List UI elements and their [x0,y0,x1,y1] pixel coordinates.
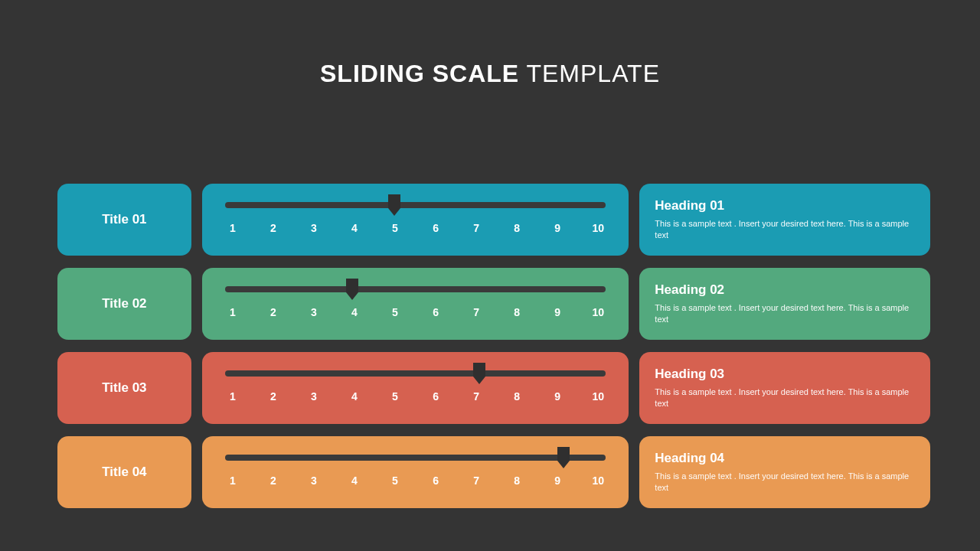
slider-tick-label: 3 [308,474,320,487]
row-heading-desc: This is a sample text . Insert your desi… [655,471,915,494]
slider-tick-label: 1 [227,474,239,487]
slider-box: 12345678910 [202,436,629,508]
slider-tick-label: 4 [348,390,361,403]
row-title-label: Title 03 [102,380,146,396]
slider-row: Title 0212345678910Heading 02This is a s… [57,268,930,340]
row-heading-box: Heading 01This is a sample text . Insert… [639,184,930,256]
slider-tick-label: 10 [592,306,604,318]
slider-row: Title 0412345678910Heading 04This is a s… [57,436,930,508]
row-title-label: Title 04 [102,465,146,480]
row-heading-label: Heading 01 [655,198,915,214]
slider-pointer-icon[interactable] [556,447,571,467]
slider-rows: Title 0112345678910Heading 01This is a s… [57,184,930,508]
slider-row: Title 0312345678910Heading 03This is a s… [57,352,930,424]
slider-track[interactable] [225,202,606,208]
page-title: SLIDING SCALE TEMPLATE [0,0,980,88]
slider-tick-label: 3 [308,222,320,234]
page-title-light: TEMPLATE [519,60,660,87]
row-title-box: Title 01 [57,184,191,256]
slider-track[interactable] [225,370,606,377]
slider-tick-label: 5 [389,390,401,403]
slider-tick-label: 5 [389,306,401,318]
slider-tick-label: 8 [511,474,523,487]
slider-pointer-icon[interactable] [472,363,487,383]
slider-tick-label: 8 [511,222,523,234]
slider-tick-label: 6 [430,474,442,487]
slider-tick-label: 6 [430,222,442,234]
row-heading-desc: This is a sample text . Insert your desi… [655,386,915,410]
slider-tick-label: 2 [267,474,279,487]
row-title-label: Title 02 [102,296,146,311]
row-heading-label: Heading 03 [655,367,915,382]
slider-tick-label: 7 [470,222,482,234]
slider-tick-label: 1 [227,306,239,318]
slider-tick-label: 2 [267,306,279,318]
row-heading-label: Heading 02 [655,282,915,298]
row-heading-desc: This is a sample text . Insert your desi… [655,218,915,242]
slider-tick-label: 10 [592,390,604,403]
slider-box: 12345678910 [202,268,629,340]
slider-tick-label: 10 [592,474,604,487]
slider-tick-label: 3 [308,306,320,318]
slider-ticks: 12345678910 [225,222,606,234]
slider-tick-label: 6 [430,306,442,318]
slider-ticks: 12345678910 [225,306,606,318]
row-title-box: Title 03 [57,352,191,424]
row-title-box: Title 02 [57,268,191,340]
slider-track[interactable] [225,455,606,461]
row-heading-desc: This is a sample text . Insert your desi… [655,302,915,326]
row-heading-box: Heading 04This is a sample text . Insert… [639,436,930,508]
slider-tick-label: 10 [592,222,604,234]
slider-tick-label: 4 [348,306,361,318]
row-title-box: Title 04 [57,436,191,508]
row-heading-box: Heading 02This is a sample text . Insert… [639,268,930,340]
row-title-label: Title 01 [102,212,146,227]
slider-tick-label: 7 [470,306,482,318]
slider-tick-label: 6 [430,390,442,403]
slider-box: 12345678910 [202,184,629,256]
slider-tick-label: 9 [551,474,564,487]
slider-tick-label: 9 [551,390,564,403]
slider-box: 12345678910 [202,352,629,424]
slider-tick-label: 1 [227,222,239,234]
slider-pointer-icon[interactable] [345,279,360,298]
slider-row: Title 0112345678910Heading 01This is a s… [57,184,930,256]
slider-tick-label: 9 [551,222,564,234]
slider-pointer-icon[interactable] [387,194,402,214]
slider-tick-label: 5 [389,222,401,234]
slider-tick-label: 4 [348,474,361,487]
slider-track[interactable] [225,286,606,292]
slider-tick-label: 7 [470,390,482,403]
slider-ticks: 12345678910 [225,390,606,403]
page-title-bold: SLIDING SCALE [320,60,519,87]
slider-tick-label: 2 [267,390,279,403]
slider-tick-label: 2 [267,222,279,234]
row-heading-label: Heading 04 [655,451,915,466]
slider-tick-label: 4 [348,222,361,234]
slider-ticks: 12345678910 [225,474,606,487]
slider-tick-label: 1 [227,390,239,403]
slider-tick-label: 5 [389,474,401,487]
slider-tick-label: 3 [308,390,320,403]
slider-tick-label: 7 [470,474,482,487]
slider-tick-label: 8 [511,306,523,318]
row-heading-box: Heading 03This is a sample text . Insert… [639,352,930,424]
slider-tick-label: 8 [511,390,523,403]
slider-tick-label: 9 [551,306,564,318]
